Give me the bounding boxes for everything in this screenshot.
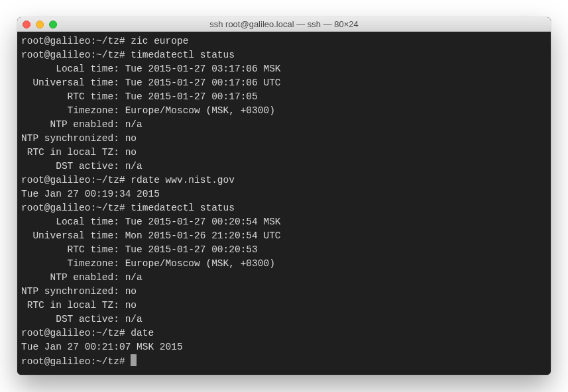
terminal-line: DST active: n/a [21, 160, 547, 173]
terminal-window: ssh root@galileo.local — ssh — 80×24 roo… [17, 17, 551, 375]
cursor [131, 354, 137, 366]
terminal-line: DST active: n/a [21, 313, 547, 326]
terminal-line: RTC in local TZ: no [21, 146, 547, 160]
terminal-line: root@galileo:~/tz# [21, 354, 547, 369]
terminal-line: Universal time: Tue 2015-01-27 00:17:06 … [21, 76, 547, 90]
terminal-line: RTC in local TZ: no [21, 299, 547, 313]
terminal-line: Timezone: Europe/Moscow (MSK, +0300) [21, 257, 547, 271]
terminal-line: root@galileo:~/tz# date [21, 326, 547, 340]
terminal-line: NTP synchronized: no [21, 132, 547, 146]
terminal-line: root@galileo:~/tz# timedatectl status [21, 201, 547, 215]
close-button[interactable] [23, 21, 30, 28]
maximize-button[interactable] [49, 21, 57, 28]
traffic-lights [17, 21, 57, 28]
terminal-line: Local time: Tue 2015-01-27 00:20:54 MSK [21, 215, 547, 229]
terminal-line: NTP synchronized: no [21, 285, 547, 299]
terminal-line: root@galileo:~/tz# timedatectl status [21, 48, 547, 62]
titlebar[interactable]: ssh root@galileo.local — ssh — 80×24 [17, 17, 551, 32]
terminal-line: Local time: Tue 2015-01-27 03:17:06 MSK [21, 62, 547, 76]
terminal-line: Tue Jan 27 00:21:07 MSK 2015 [21, 340, 547, 354]
prompt: root@galileo:~/tz# [21, 203, 131, 213]
terminal-line: root@galileo:~/tz# zic europe [21, 34, 547, 48]
prompt: root@galileo:~/tz# [21, 50, 131, 60]
command-text: timedatectl status [131, 50, 235, 60]
prompt: root@galileo:~/tz# [21, 356, 131, 367]
terminal-line: root@galileo:~/tz# rdate wwv.nist.gov [21, 173, 547, 187]
terminal-body[interactable]: root@galileo:~/tz# zic europeroot@galile… [17, 32, 551, 375]
terminal-line: RTC time: Tue 2015-01-27 00:17:05 [21, 90, 547, 104]
terminal-line: Tue Jan 27 00:19:34 2015 [21, 187, 547, 201]
command-text: date [131, 328, 154, 338]
window-title: ssh root@galileo.local — ssh — 80×24 [17, 19, 551, 29]
terminal-line: Timezone: Europe/Moscow (MSK, +0300) [21, 104, 547, 118]
terminal-line: RTC time: Tue 2015-01-27 00:20:53 [21, 243, 547, 257]
command-text: zic europe [131, 36, 188, 46]
prompt: root@galileo:~/tz# [21, 328, 131, 338]
command-text: rdate wwv.nist.gov [131, 175, 235, 185]
terminal-line: NTP enabled: n/a [21, 118, 547, 132]
terminal-line: NTP enabled: n/a [21, 271, 547, 285]
prompt: root@galileo:~/tz# [21, 36, 131, 46]
minimize-button[interactable] [36, 21, 44, 28]
prompt: root@galileo:~/tz# [21, 175, 131, 185]
command-text: timedatectl status [131, 203, 235, 213]
terminal-line: Universal time: Mon 2015-01-26 21:20:54 … [21, 229, 547, 243]
